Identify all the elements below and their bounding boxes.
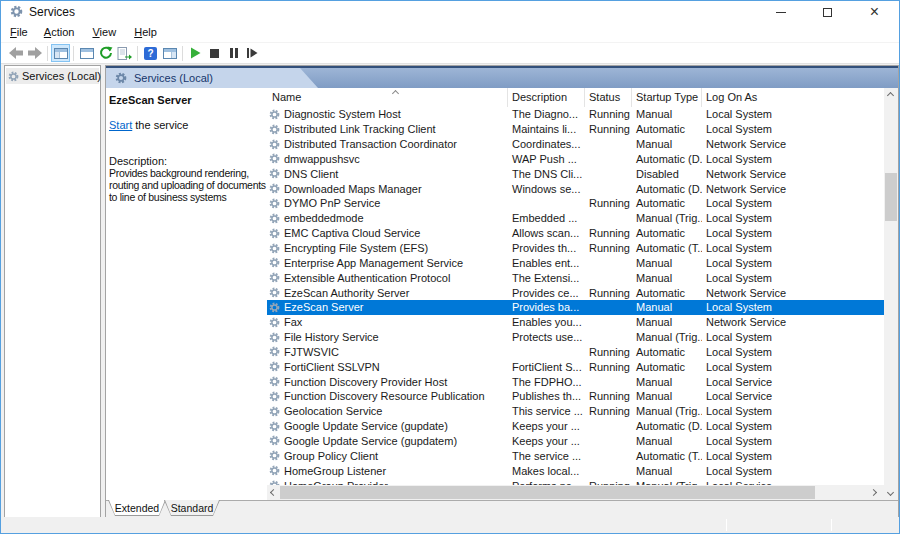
table-row[interactable]: FJTWSVICRunningAutomaticLocal System bbox=[267, 345, 884, 360]
service-log-on-as-cell: Local System bbox=[702, 301, 884, 313]
horizontal-scroll-thumb[interactable] bbox=[280, 486, 815, 499]
service-startup-type-cell: Automatic bbox=[632, 346, 702, 358]
table-row[interactable]: File History ServiceProtects use...Manua… bbox=[267, 330, 884, 345]
gear-icon bbox=[269, 465, 280, 476]
help-button[interactable]: ? bbox=[141, 44, 160, 62]
service-name-cell: Group Policy Client bbox=[267, 450, 508, 462]
properties-button[interactable] bbox=[77, 44, 96, 62]
gear-icon bbox=[269, 317, 280, 328]
forward-button[interactable] bbox=[25, 44, 44, 62]
start-service-button[interactable] bbox=[186, 44, 205, 62]
table-row[interactable]: Enterprise App Management ServiceEnables… bbox=[267, 255, 884, 270]
column-header-description[interactable]: Description bbox=[508, 88, 585, 107]
service-log-on-as-cell: Local System bbox=[702, 405, 884, 417]
service-status-cell: Running bbox=[585, 287, 632, 299]
tab-extended[interactable]: Extended bbox=[108, 500, 166, 516]
table-row[interactable]: Function Discovery Provider HostThe FDPH… bbox=[267, 374, 884, 389]
table-row[interactable]: DYMO PnP ServiceRunningAutomaticLocal Sy… bbox=[267, 196, 884, 211]
view-header-band: Services (Local) bbox=[106, 66, 898, 88]
service-name-cell: Fax bbox=[267, 316, 508, 328]
horizontal-scrollbar[interactable] bbox=[267, 485, 884, 500]
menu-file[interactable]: File bbox=[10, 23, 28, 41]
scroll-right-icon[interactable] bbox=[870, 489, 877, 496]
service-description-cell: Windows se... bbox=[508, 183, 585, 195]
table-row[interactable]: FortiClient SSLVPNFortiClient S...Runnin… bbox=[267, 359, 884, 374]
service-name-cell: HomeGroup Listener bbox=[267, 465, 508, 477]
service-log-on-as-cell: Local System bbox=[702, 361, 884, 373]
service-name-cell: Downloaded Maps Manager bbox=[267, 183, 508, 195]
title-bar[interactable]: Services × bbox=[1, 1, 899, 23]
gear-icon bbox=[269, 183, 280, 194]
close-icon: × bbox=[870, 1, 879, 23]
table-row[interactable]: Diagnostic System HostThe Diagno...Runni… bbox=[267, 107, 884, 122]
tree-item-services-local[interactable]: Services (Local) bbox=[6, 68, 99, 84]
minimize-button[interactable] bbox=[758, 1, 803, 23]
table-row[interactable]: Geolocation ServiceThis service ...Runni… bbox=[267, 404, 884, 419]
gear-icon bbox=[269, 406, 280, 417]
table-row[interactable]: DNS ClientThe DNS Cli...DisabledNetwork … bbox=[267, 166, 884, 181]
maximize-button[interactable] bbox=[805, 1, 850, 23]
table-row[interactable]: Google Update Service (gupdatem)Keeps yo… bbox=[267, 434, 884, 449]
tab-standard[interactable]: Standard bbox=[164, 500, 220, 516]
table-row[interactable]: EzeScan ServerProvides ba...ManualLocal … bbox=[267, 300, 884, 315]
column-header-status[interactable]: Status bbox=[585, 88, 632, 107]
gear-icon bbox=[269, 346, 280, 357]
toolbar-separator bbox=[137, 46, 138, 61]
vertical-scroll-thumb[interactable] bbox=[885, 173, 897, 221]
toolbar-separator bbox=[182, 46, 183, 61]
table-row[interactable]: embeddedmodeEmbedded ...Manual (Trig...L… bbox=[267, 211, 884, 226]
status-bar-divider bbox=[831, 519, 832, 531]
column-header-name[interactable]: Name bbox=[267, 88, 508, 107]
view-header-title: Services (Local) bbox=[134, 72, 213, 84]
table-row[interactable]: Extensible Authentication ProtocolThe Ex… bbox=[267, 270, 884, 285]
service-name-cell: Enterprise App Management Service bbox=[267, 257, 508, 269]
stop-service-button[interactable] bbox=[205, 44, 224, 62]
scroll-left-icon[interactable] bbox=[270, 489, 277, 496]
refresh-button[interactable] bbox=[96, 44, 115, 62]
service-description-cell: The DNS Cli... bbox=[508, 168, 585, 180]
table-row[interactable]: FaxEnables you...ManualNetwork Service bbox=[267, 315, 884, 330]
table-row[interactable]: Distributed Transaction CoordinatorCoord… bbox=[267, 137, 884, 152]
service-log-on-as-cell: Local System bbox=[702, 197, 884, 209]
start-service-link[interactable]: Start bbox=[109, 119, 132, 131]
show-console-tree-button[interactable] bbox=[51, 44, 70, 62]
gear-icon bbox=[269, 168, 280, 179]
status-bar-divider bbox=[726, 519, 727, 531]
table-row[interactable]: Downloaded Maps ManagerWindows se...Auto… bbox=[267, 181, 884, 196]
table-row[interactable]: HomeGroup ProviderPerforms ne...RunningM… bbox=[267, 478, 884, 485]
service-startup-type-cell: Manual bbox=[632, 138, 702, 150]
table-row[interactable]: Encrypting File System (EFS)Provides th.… bbox=[267, 241, 884, 256]
service-name-cell: Extensible Authentication Protocol bbox=[267, 272, 508, 284]
table-row[interactable]: HomeGroup ListenerMakes local...ManualLo… bbox=[267, 463, 884, 478]
description-label: Description: bbox=[109, 155, 167, 167]
close-button[interactable]: × bbox=[852, 1, 897, 23]
scroll-up-icon[interactable] bbox=[887, 92, 894, 99]
gear-icon bbox=[269, 421, 280, 432]
table-row[interactable]: EzeScan Authority ServerProvides ce...Ru… bbox=[267, 285, 884, 300]
table-row[interactable]: Group Policy ClientThe service ...Automa… bbox=[267, 448, 884, 463]
menu-view[interactable]: View bbox=[92, 23, 116, 41]
back-button[interactable] bbox=[6, 44, 25, 62]
service-name-cell: Google Update Service (gupdatem) bbox=[267, 435, 508, 447]
table-row[interactable]: Google Update Service (gupdate)Keeps you… bbox=[267, 419, 884, 434]
service-status-cell: Running bbox=[585, 197, 632, 209]
menu-help[interactable]: Help bbox=[134, 23, 157, 41]
maximize-icon bbox=[823, 8, 832, 17]
scroll-down-icon[interactable] bbox=[887, 489, 894, 496]
service-startup-type-cell: Automatic bbox=[632, 123, 702, 135]
table-row[interactable]: Distributed Link Tracking ClientMaintain… bbox=[267, 122, 884, 137]
column-header-log-on-as[interactable]: Log On As bbox=[702, 88, 884, 107]
column-header-startup-type[interactable]: Startup Type bbox=[632, 88, 702, 107]
export-list-button[interactable] bbox=[115, 44, 134, 62]
table-row[interactable]: dmwappushsvcWAP Push ...Automatic (D...L… bbox=[267, 152, 884, 167]
gear-icon bbox=[269, 376, 280, 387]
menu-action[interactable]: Action bbox=[44, 23, 75, 41]
service-log-on-as-cell: Local Service bbox=[702, 390, 884, 402]
vertical-scrollbar[interactable] bbox=[884, 88, 898, 500]
table-row[interactable]: EMC Captiva Cloud ServiceAllows scan...R… bbox=[267, 226, 884, 241]
show-action-pane-button[interactable] bbox=[160, 44, 179, 62]
restart-service-button[interactable] bbox=[243, 44, 262, 62]
table-row[interactable]: Function Discovery Resource PublicationP… bbox=[267, 389, 884, 404]
toolbar-separator bbox=[47, 46, 48, 61]
pause-service-button[interactable] bbox=[224, 44, 243, 62]
